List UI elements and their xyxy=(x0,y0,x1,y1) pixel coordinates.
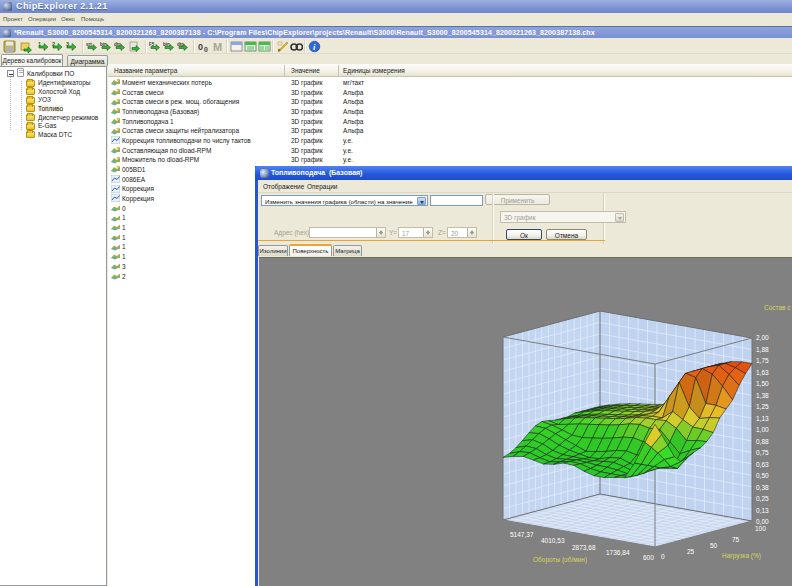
svg-text:2873,68: 2873,68 xyxy=(572,544,596,551)
svg-text:0,75: 0,75 xyxy=(756,449,769,456)
svg-text:50: 50 xyxy=(710,542,718,549)
svg-text:dtp: dtp xyxy=(177,42,184,47)
svg-text:1,88: 1,88 xyxy=(756,346,769,353)
svg-text:0,38: 0,38 xyxy=(756,484,769,491)
svg-text:M: M xyxy=(213,41,222,53)
svg-text:2,00: 2,00 xyxy=(756,334,769,341)
svg-text:1,75: 1,75 xyxy=(756,357,769,364)
svg-text:Обороты (об/мин): Обороты (об/мин) xyxy=(533,556,587,564)
svg-text:600: 600 xyxy=(643,554,654,561)
svg-text:1736,84: 1736,84 xyxy=(606,549,630,556)
svg-text:0,63: 0,63 xyxy=(756,461,769,468)
svg-text:4010,53: 4010,53 xyxy=(541,537,565,544)
svg-text:bin: bin xyxy=(100,42,107,47)
svg-text:0: 0 xyxy=(198,42,203,52)
svg-text:Нагрузка (%): Нагрузка (%) xyxy=(722,552,761,560)
svg-text:1,25: 1,25 xyxy=(756,403,769,410)
svg-text:1,13: 1,13 xyxy=(756,415,769,422)
svg-text:0: 0 xyxy=(204,46,208,53)
svg-text:100: 100 xyxy=(755,525,766,532)
svg-text:25: 25 xyxy=(687,548,695,555)
svg-text:0,25: 0,25 xyxy=(756,495,769,502)
svg-text:bin: bin xyxy=(163,42,170,47)
svg-text:F5: F5 xyxy=(149,42,155,47)
svg-text:0,88: 0,88 xyxy=(756,438,769,445)
svg-text:dtp: dtp xyxy=(114,42,121,47)
svg-text:75: 75 xyxy=(732,536,740,543)
svg-text:srt: srt xyxy=(86,42,92,47)
svg-text:0,00: 0,00 xyxy=(756,518,769,525)
svg-text:0,50: 0,50 xyxy=(756,472,769,479)
svg-text:5147,37: 5147,37 xyxy=(510,531,534,538)
svg-text:1,38: 1,38 xyxy=(756,392,769,399)
svg-text:Состав с: Состав с xyxy=(764,304,791,311)
svg-text:0,13: 0,13 xyxy=(756,507,769,514)
svg-text:1,00: 1,00 xyxy=(756,426,769,433)
svg-text:1,50: 1,50 xyxy=(756,380,769,387)
svg-text:1,63: 1,63 xyxy=(756,369,769,376)
svg-text:0: 0 xyxy=(661,553,665,560)
